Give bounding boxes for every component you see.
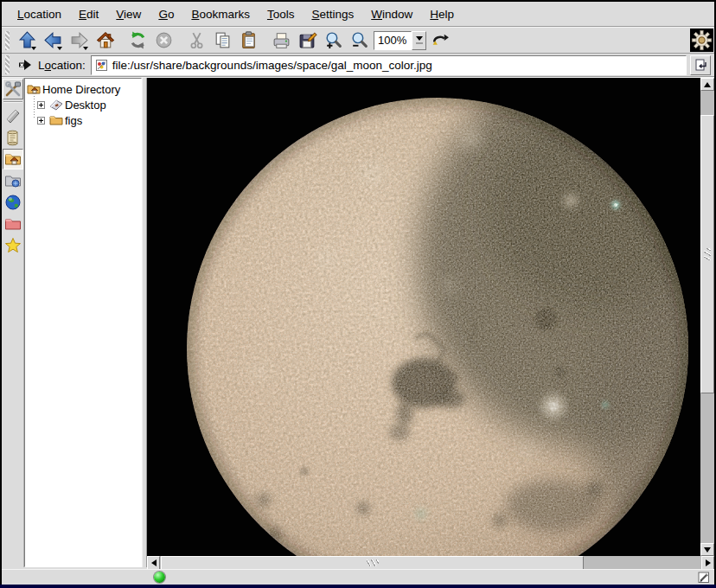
kde-gear-throbber xyxy=(690,29,713,52)
tree-item-label: Desktop xyxy=(65,99,106,112)
bookmarks-star-icon xyxy=(4,237,22,254)
scroll-right-button[interactable] xyxy=(701,556,714,570)
chevron-down-icon xyxy=(416,36,423,41)
arrow-left-icon xyxy=(151,559,157,566)
sidebar-root-folder-button[interactable] xyxy=(3,214,23,234)
sidebar-configure-button[interactable] xyxy=(3,79,23,99)
forward-button[interactable] xyxy=(66,29,92,53)
scroll-down-button[interactable] xyxy=(700,543,714,556)
cut-button[interactable] xyxy=(183,29,209,53)
image-view xyxy=(147,78,700,556)
arrow-up-icon xyxy=(704,82,711,87)
location-input[interactable]: file:/usr/share/backgrounds/images/space… xyxy=(91,55,687,75)
sidebar-home-folder-button[interactable] xyxy=(3,149,23,169)
menu-go[interactable]: Go xyxy=(150,4,182,24)
zoom-dropdown-button[interactable] xyxy=(412,31,426,50)
menu-bookmarks[interactable]: Bookmarks xyxy=(182,4,259,24)
paste-button[interactable] xyxy=(235,29,261,53)
root-folder-icon xyxy=(4,215,22,233)
tree-item-label: figs xyxy=(65,114,82,127)
location-label: Location: xyxy=(38,59,86,72)
zoom-in-icon xyxy=(323,30,343,50)
cut-icon xyxy=(187,30,207,50)
dropdown-underline xyxy=(416,42,423,44)
copy-icon xyxy=(213,30,233,50)
back-button[interactable] xyxy=(40,29,66,53)
zoom-out-button[interactable] xyxy=(346,29,372,53)
tree-item-figs[interactable]: figs xyxy=(25,112,141,128)
separator xyxy=(3,101,22,103)
sidebar-tree-panel: Home Directory Desktop figs xyxy=(24,78,142,567)
zoom-value[interactable]: 100% xyxy=(374,31,412,50)
rotate-button[interactable] xyxy=(426,29,452,53)
clear-location-button[interactable] xyxy=(14,54,36,75)
menu-window[interactable]: Window xyxy=(362,4,421,24)
arrow-down-icon xyxy=(704,547,711,553)
configure-icon xyxy=(4,80,22,98)
tree-item-home-directory[interactable]: Home Directory xyxy=(25,81,141,97)
sidebar-web-globe-button[interactable] xyxy=(3,192,23,213)
go-button[interactable] xyxy=(690,55,711,75)
scroll-up-button[interactable] xyxy=(700,78,714,91)
location-toolbar: Location: file:/usr/share/backgrounds/im… xyxy=(2,54,714,76)
web-globe-icon xyxy=(4,194,22,211)
home-button[interactable] xyxy=(92,29,118,53)
tree-item-desktop[interactable]: Desktop xyxy=(25,97,141,112)
horizontal-scrollbar[interactable] xyxy=(147,556,714,570)
zoom-combobox[interactable]: 100% xyxy=(374,31,426,50)
dropdown-arrow xyxy=(57,47,62,50)
tree-item-label: Home Directory xyxy=(42,83,120,96)
dropdown-arrow xyxy=(83,47,88,50)
scroll-left-button[interactable] xyxy=(147,556,160,570)
stop-icon xyxy=(154,30,174,50)
menu-location[interactable]: Location xyxy=(9,4,70,24)
image-file-icon xyxy=(95,59,108,72)
menu-settings[interactable]: Settings xyxy=(303,4,362,24)
rotate-icon xyxy=(430,30,450,50)
location-combobox[interactable]: file:/usr/share/backgrounds/images/space… xyxy=(91,55,687,75)
expand-plus-icon[interactable] xyxy=(37,101,45,109)
device-icon xyxy=(4,107,22,125)
menubar: Location Edit View Go Bookmarks Tools Se… xyxy=(2,2,714,26)
sidebar-icon-strip xyxy=(2,78,24,567)
sidebar-network-folder-button[interactable] xyxy=(3,170,23,191)
menu-view[interactable]: View xyxy=(107,4,150,24)
home-icon xyxy=(95,30,115,50)
menu-edit[interactable]: Edit xyxy=(70,4,107,24)
up-button[interactable] xyxy=(14,29,40,53)
page-pen-indicator-icon[interactable] xyxy=(697,571,711,585)
folder-home-icon xyxy=(27,82,41,96)
stop-button[interactable] xyxy=(150,29,176,53)
save-as-button[interactable] xyxy=(294,29,320,53)
reload-button[interactable] xyxy=(125,29,150,53)
zoom-in-button[interactable] xyxy=(320,29,346,53)
clear-location-icon xyxy=(16,56,34,74)
copy-button[interactable] xyxy=(209,29,235,53)
thumb-grip xyxy=(704,248,711,260)
window-border-bottom xyxy=(0,585,716,588)
vertical-scrollbar-thumb[interactable] xyxy=(700,115,714,393)
print-icon xyxy=(272,30,291,50)
save-as-icon xyxy=(297,30,317,50)
sidebar-history-button[interactable] xyxy=(3,127,23,148)
paste-icon xyxy=(239,30,259,50)
zoom-out-icon xyxy=(349,30,369,50)
horizontal-scrollbar-thumb[interactable] xyxy=(161,556,584,570)
location-url-text: file:/usr/share/backgrounds/images/space… xyxy=(112,59,432,72)
home-folder-icon xyxy=(4,150,22,168)
sidebar-bookmarks-button[interactable] xyxy=(3,235,23,256)
print-button[interactable] xyxy=(268,29,294,53)
toolbar-grip[interactable] xyxy=(5,31,10,50)
menu-tools[interactable]: Tools xyxy=(259,4,304,24)
statusbar xyxy=(2,569,714,585)
moon-photo xyxy=(147,78,700,556)
menu-help[interactable]: Help xyxy=(421,4,463,24)
sidebar-device-button[interactable] xyxy=(3,105,23,126)
arrow-right-icon xyxy=(706,559,711,566)
folder-icon xyxy=(49,113,63,127)
locationbar-grip[interactable] xyxy=(5,55,10,74)
expand-plus-icon[interactable] xyxy=(37,117,45,125)
vertical-scrollbar[interactable] xyxy=(700,78,714,556)
network-folder-icon xyxy=(4,172,22,189)
dropdown-arrow xyxy=(31,47,36,50)
